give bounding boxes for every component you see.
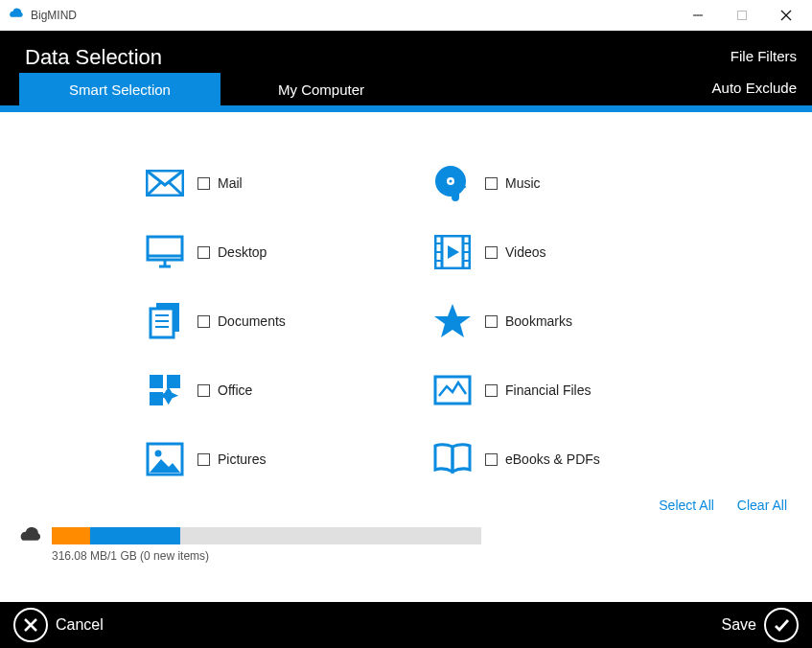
ebooks-label: eBooks & PDFs <box>505 451 600 467</box>
desktop-icon <box>144 231 186 273</box>
storage-segment-used-2 <box>90 527 180 544</box>
save-button[interactable]: Save <box>722 608 799 642</box>
storage-cloud-icon <box>17 526 44 545</box>
svg-point-36 <box>155 451 162 457</box>
category-financial[interactable]: Financial Files <box>431 356 719 425</box>
svg-line-6 <box>169 182 183 196</box>
storage-bar <box>52 527 481 544</box>
videos-icon <box>431 231 474 273</box>
header: Data Selection File Filters Auto Exclude… <box>0 31 812 105</box>
svg-rect-32 <box>150 392 163 405</box>
cancel-button[interactable]: Cancel <box>13 608 104 642</box>
videos-label: Videos <box>505 244 546 260</box>
category-grid: Mail Music Desktop Videos <box>144 149 812 494</box>
file-filters-link[interactable]: File Filters <box>731 48 797 64</box>
office-label: Office <box>218 382 252 398</box>
auto-exclude-link[interactable]: Auto Exclude <box>712 80 797 96</box>
svg-marker-29 <box>434 304 471 337</box>
save-icon <box>764 608 799 642</box>
category-music[interactable]: Music <box>431 149 719 218</box>
cancel-icon <box>13 608 48 642</box>
app-cloud-icon <box>8 7 25 24</box>
category-office[interactable]: Office <box>144 356 431 425</box>
select-all-link[interactable]: Select All <box>659 498 714 513</box>
pictures-icon <box>144 438 186 480</box>
documents-label: Documents <box>218 313 286 329</box>
footer: Cancel Save <box>0 602 812 648</box>
music-label: Music <box>505 175 541 191</box>
mail-checkbox[interactable] <box>197 177 210 190</box>
storage-segment-used-1 <box>52 527 90 544</box>
svg-rect-25 <box>151 309 174 337</box>
content: Mail Music Desktop Videos <box>0 112 812 602</box>
minimize-button[interactable] <box>676 0 720 31</box>
financial-icon <box>431 369 474 411</box>
svg-line-5 <box>147 182 161 196</box>
svg-rect-1 <box>738 12 747 20</box>
desktop-checkbox[interactable] <box>197 246 210 259</box>
cancel-label: Cancel <box>56 616 104 634</box>
documents-checkbox[interactable] <box>197 315 210 328</box>
clear-all-link[interactable]: Clear All <box>737 498 787 513</box>
bookmarks-checkbox[interactable] <box>485 315 498 328</box>
mail-icon <box>144 162 186 204</box>
documents-icon <box>144 300 186 342</box>
storage-text: 316.08 MB/1 GB (0 new items) <box>52 549 795 563</box>
financial-label: Financial Files <box>505 382 591 398</box>
pictures-label: Pictures <box>218 451 267 467</box>
save-label: Save <box>722 616 756 634</box>
financial-checkbox[interactable] <box>485 384 498 397</box>
close-button[interactable] <box>764 0 808 31</box>
svg-point-9 <box>450 180 452 183</box>
desktop-label: Desktop <box>218 244 267 260</box>
music-icon <box>431 162 474 204</box>
category-ebooks[interactable]: eBooks & PDFs <box>431 425 719 494</box>
music-checkbox[interactable] <box>485 177 498 190</box>
tabs: Smart Selection My Computer <box>19 73 422 105</box>
title-bar: BigMIND <box>0 0 812 31</box>
category-desktop[interactable]: Desktop <box>144 218 431 287</box>
category-documents[interactable]: Documents <box>144 287 431 356</box>
svg-rect-30 <box>150 375 163 388</box>
category-videos[interactable]: Videos <box>431 218 719 287</box>
maximize-button[interactable] <box>720 0 764 31</box>
category-pictures[interactable]: Pictures <box>144 425 431 494</box>
page-title: Data Selection <box>25 45 162 70</box>
svg-marker-37 <box>150 459 180 473</box>
tab-my-computer[interactable]: My Computer <box>220 73 422 105</box>
category-bookmarks[interactable]: Bookmarks <box>431 287 719 356</box>
mail-label: Mail <box>218 175 243 191</box>
storage-panel: 316.08 MB/1 GB (0 new items) <box>17 526 795 563</box>
tab-smart-selection[interactable]: Smart Selection <box>19 73 220 105</box>
category-mail[interactable]: Mail <box>144 149 431 218</box>
ebooks-icon <box>431 438 474 480</box>
ebooks-checkbox[interactable] <box>485 453 498 466</box>
svg-marker-23 <box>448 245 459 259</box>
videos-checkbox[interactable] <box>485 246 498 259</box>
office-icon <box>144 369 186 411</box>
bookmarks-label: Bookmarks <box>505 313 572 329</box>
bulk-actions: Select All Clear All <box>659 498 787 513</box>
bookmarks-icon <box>431 300 474 342</box>
app-title: BigMIND <box>31 9 77 22</box>
accent-bar <box>0 105 812 112</box>
office-checkbox[interactable] <box>197 384 210 397</box>
svg-rect-31 <box>167 375 180 388</box>
pictures-checkbox[interactable] <box>197 453 210 466</box>
